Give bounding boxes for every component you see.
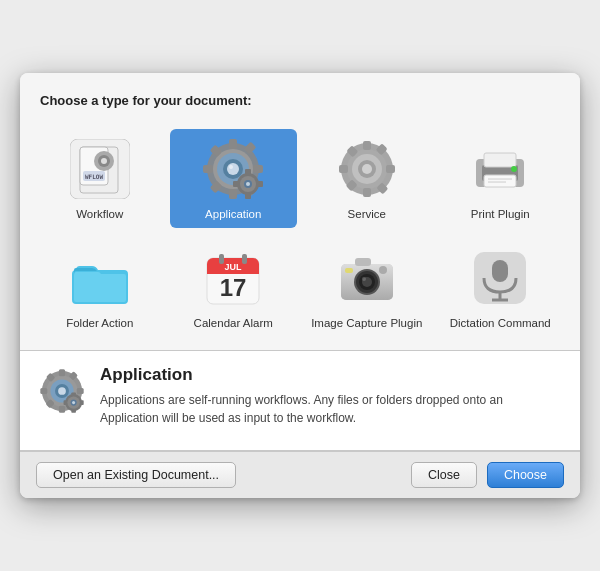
info-app-icon: [38, 367, 86, 415]
icon-grid-section: WFLOW Workflow: [20, 119, 580, 352]
service-icon: [337, 139, 397, 199]
folder-action-icon-wrapper: [68, 246, 132, 310]
info-title: Application: [100, 365, 562, 385]
icon-cell-calendar-alarm[interactable]: JUL 17 Calendar Alarm: [170, 238, 298, 337]
open-existing-button[interactable]: Open an Existing Document...: [36, 462, 236, 488]
info-text-block: Application Applications are self-runnin…: [100, 365, 562, 427]
svg-point-7: [101, 158, 107, 164]
dictation-command-icon-wrapper: [468, 246, 532, 310]
application-label: Application: [205, 207, 261, 222]
svg-rect-45: [484, 153, 516, 167]
image-capture-icon-wrapper: [335, 246, 399, 310]
application-icon-wrapper: [201, 137, 265, 201]
svg-rect-76: [40, 388, 47, 394]
svg-rect-26: [233, 181, 240, 187]
svg-rect-11: [229, 189, 237, 199]
svg-point-66: [379, 266, 387, 274]
close-button[interactable]: Close: [411, 462, 477, 488]
svg-text:JUL: JUL: [225, 262, 243, 272]
dialog: Choose a type for your document: WFLOW: [20, 73, 580, 499]
svg-rect-23: [245, 169, 251, 176]
icon-cell-service[interactable]: Service: [303, 129, 431, 228]
svg-rect-25: [256, 181, 263, 187]
dictation-command-icon: [470, 248, 530, 308]
svg-point-63: [362, 277, 366, 281]
folder-action-label: Folder Action: [66, 316, 133, 331]
info-description: Applications are self-running workflows.…: [100, 391, 562, 427]
calendar-alarm-icon: JUL 17: [203, 248, 263, 308]
svg-point-47: [511, 166, 517, 172]
svg-rect-75: [77, 388, 84, 394]
svg-text:17: 17: [220, 274, 247, 301]
dialog-title: Choose a type for your document:: [40, 93, 252, 108]
svg-rect-64: [355, 258, 371, 266]
svg-rect-35: [339, 165, 348, 173]
icon-cell-dictation-command[interactable]: Dictation Command: [437, 238, 565, 337]
image-capture-icon: [337, 248, 397, 308]
calendar-alarm-icon-wrapper: JUL 17: [201, 246, 265, 310]
svg-rect-55: [219, 254, 224, 264]
svg-point-42: [362, 164, 372, 174]
footer-right: Close Choose: [411, 462, 564, 488]
calendar-alarm-label: Calendar Alarm: [194, 316, 273, 331]
print-plugin-icon: [470, 139, 530, 199]
image-capture-label: Image Capture Plugin: [311, 316, 422, 331]
svg-rect-34: [386, 165, 395, 173]
workflow-icon: WFLOW: [70, 139, 130, 199]
svg-rect-74: [59, 406, 65, 413]
workflow-icon-wrapper: WFLOW: [68, 137, 132, 201]
svg-rect-12: [253, 165, 263, 173]
icon-grid: WFLOW Workflow: [36, 129, 564, 337]
icon-cell-image-capture[interactable]: Image Capture Plugin: [303, 238, 431, 337]
print-plugin-icon-wrapper: [468, 137, 532, 201]
svg-rect-33: [363, 188, 371, 197]
dialog-footer: Open an Existing Document... Close Choos…: [20, 451, 580, 498]
svg-point-29: [246, 182, 250, 186]
svg-rect-10: [229, 139, 237, 149]
svg-rect-13: [203, 165, 213, 173]
choose-button[interactable]: Choose: [487, 462, 564, 488]
workflow-label: Workflow: [76, 207, 123, 222]
svg-point-21: [229, 165, 233, 169]
info-section: Application Applications are self-runnin…: [20, 351, 580, 451]
svg-rect-68: [492, 260, 508, 282]
svg-point-20: [227, 163, 239, 175]
svg-rect-24: [245, 192, 251, 199]
icon-cell-application[interactable]: Application: [170, 129, 298, 228]
svg-text:WFLOW: WFLOW: [85, 173, 103, 180]
service-label: Service: [348, 207, 386, 222]
icon-cell-folder-action[interactable]: Folder Action: [36, 238, 164, 337]
svg-point-83: [58, 388, 66, 396]
icon-cell-workflow[interactable]: WFLOW Workflow: [36, 129, 164, 228]
svg-rect-32: [363, 141, 371, 150]
footer-left: Open an Existing Document...: [36, 462, 236, 488]
service-icon-wrapper: [335, 137, 399, 201]
svg-rect-56: [242, 254, 247, 264]
dialog-header: Choose a type for your document:: [20, 73, 580, 119]
svg-rect-46: [484, 175, 516, 187]
svg-rect-73: [59, 370, 65, 377]
application-icon: [202, 138, 264, 200]
dictation-command-label: Dictation Command: [450, 316, 551, 331]
folder-action-icon: [70, 248, 130, 308]
icon-cell-print-plugin[interactable]: Print Plugin: [437, 129, 565, 228]
svg-rect-65: [345, 268, 353, 273]
svg-point-91: [72, 402, 75, 405]
print-plugin-label: Print Plugin: [471, 207, 530, 222]
